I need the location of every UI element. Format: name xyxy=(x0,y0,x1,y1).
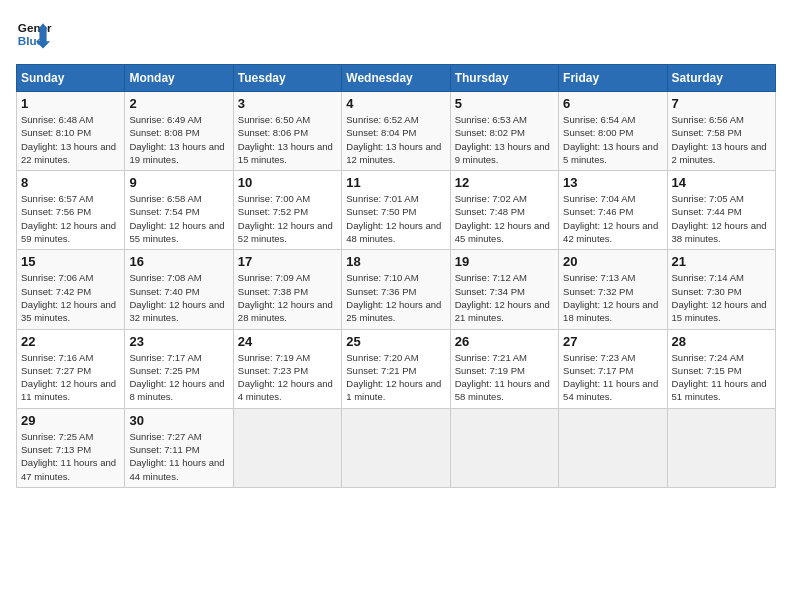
day-info: Sunrise: 7:08 AMSunset: 7:40 PMDaylight:… xyxy=(129,271,228,324)
day-number: 13 xyxy=(563,175,662,190)
header: General Blue xyxy=(16,16,776,52)
calendar-cell: 2Sunrise: 6:49 AMSunset: 8:08 PMDaylight… xyxy=(125,92,233,171)
calendar-cell: 8Sunrise: 6:57 AMSunset: 7:56 PMDaylight… xyxy=(17,171,125,250)
day-number: 20 xyxy=(563,254,662,269)
calendar-cell xyxy=(233,408,341,487)
calendar-cell: 28Sunrise: 7:24 AMSunset: 7:15 PMDayligh… xyxy=(667,329,775,408)
calendar-cell: 9Sunrise: 6:58 AMSunset: 7:54 PMDaylight… xyxy=(125,171,233,250)
calendar-cell: 25Sunrise: 7:20 AMSunset: 7:21 PMDayligh… xyxy=(342,329,450,408)
day-info: Sunrise: 6:48 AMSunset: 8:10 PMDaylight:… xyxy=(21,113,120,166)
calendar-cell: 19Sunrise: 7:12 AMSunset: 7:34 PMDayligh… xyxy=(450,250,558,329)
calendar-cell: 3Sunrise: 6:50 AMSunset: 8:06 PMDaylight… xyxy=(233,92,341,171)
calendar-week-row: 8Sunrise: 6:57 AMSunset: 7:56 PMDaylight… xyxy=(17,171,776,250)
day-number: 27 xyxy=(563,334,662,349)
day-info: Sunrise: 7:05 AMSunset: 7:44 PMDaylight:… xyxy=(672,192,771,245)
day-number: 4 xyxy=(346,96,445,111)
day-number: 1 xyxy=(21,96,120,111)
day-number: 19 xyxy=(455,254,554,269)
svg-text:General: General xyxy=(18,21,52,34)
calendar-cell: 4Sunrise: 6:52 AMSunset: 8:04 PMDaylight… xyxy=(342,92,450,171)
day-info: Sunrise: 6:54 AMSunset: 8:00 PMDaylight:… xyxy=(563,113,662,166)
day-info: Sunrise: 7:10 AMSunset: 7:36 PMDaylight:… xyxy=(346,271,445,324)
calendar-cell: 24Sunrise: 7:19 AMSunset: 7:23 PMDayligh… xyxy=(233,329,341,408)
day-info: Sunrise: 7:13 AMSunset: 7:32 PMDaylight:… xyxy=(563,271,662,324)
day-info: Sunrise: 7:20 AMSunset: 7:21 PMDaylight:… xyxy=(346,351,445,404)
day-info: Sunrise: 6:50 AMSunset: 8:06 PMDaylight:… xyxy=(238,113,337,166)
day-info: Sunrise: 6:56 AMSunset: 7:58 PMDaylight:… xyxy=(672,113,771,166)
day-number: 29 xyxy=(21,413,120,428)
day-number: 9 xyxy=(129,175,228,190)
day-number: 6 xyxy=(563,96,662,111)
calendar-week-row: 1Sunrise: 6:48 AMSunset: 8:10 PMDaylight… xyxy=(17,92,776,171)
calendar-week-row: 29Sunrise: 7:25 AMSunset: 7:13 PMDayligh… xyxy=(17,408,776,487)
calendar-cell: 12Sunrise: 7:02 AMSunset: 7:48 PMDayligh… xyxy=(450,171,558,250)
day-number: 17 xyxy=(238,254,337,269)
day-info: Sunrise: 7:01 AMSunset: 7:50 PMDaylight:… xyxy=(346,192,445,245)
day-number: 3 xyxy=(238,96,337,111)
calendar-cell xyxy=(342,408,450,487)
day-info: Sunrise: 7:24 AMSunset: 7:15 PMDaylight:… xyxy=(672,351,771,404)
weekday-wednesday: Wednesday xyxy=(342,65,450,92)
day-info: Sunrise: 7:04 AMSunset: 7:46 PMDaylight:… xyxy=(563,192,662,245)
day-number: 21 xyxy=(672,254,771,269)
weekday-saturday: Saturday xyxy=(667,65,775,92)
logo: General Blue xyxy=(16,16,52,52)
day-number: 14 xyxy=(672,175,771,190)
day-info: Sunrise: 7:00 AMSunset: 7:52 PMDaylight:… xyxy=(238,192,337,245)
calendar-cell xyxy=(559,408,667,487)
weekday-header-row: SundayMondayTuesdayWednesdayThursdayFrid… xyxy=(17,65,776,92)
calendar-cell: 18Sunrise: 7:10 AMSunset: 7:36 PMDayligh… xyxy=(342,250,450,329)
day-info: Sunrise: 7:09 AMSunset: 7:38 PMDaylight:… xyxy=(238,271,337,324)
day-number: 23 xyxy=(129,334,228,349)
calendar-cell: 26Sunrise: 7:21 AMSunset: 7:19 PMDayligh… xyxy=(450,329,558,408)
calendar-body: 1Sunrise: 6:48 AMSunset: 8:10 PMDaylight… xyxy=(17,92,776,488)
weekday-thursday: Thursday xyxy=(450,65,558,92)
day-info: Sunrise: 7:14 AMSunset: 7:30 PMDaylight:… xyxy=(672,271,771,324)
day-number: 28 xyxy=(672,334,771,349)
calendar-cell: 16Sunrise: 7:08 AMSunset: 7:40 PMDayligh… xyxy=(125,250,233,329)
calendar-cell xyxy=(667,408,775,487)
calendar-table: SundayMondayTuesdayWednesdayThursdayFrid… xyxy=(16,64,776,488)
day-info: Sunrise: 7:27 AMSunset: 7:11 PMDaylight:… xyxy=(129,430,228,483)
calendar-cell xyxy=(450,408,558,487)
day-info: Sunrise: 7:21 AMSunset: 7:19 PMDaylight:… xyxy=(455,351,554,404)
day-number: 7 xyxy=(672,96,771,111)
calendar-cell: 11Sunrise: 7:01 AMSunset: 7:50 PMDayligh… xyxy=(342,171,450,250)
calendar-week-row: 22Sunrise: 7:16 AMSunset: 7:27 PMDayligh… xyxy=(17,329,776,408)
day-number: 24 xyxy=(238,334,337,349)
day-info: Sunrise: 7:06 AMSunset: 7:42 PMDaylight:… xyxy=(21,271,120,324)
day-info: Sunrise: 7:25 AMSunset: 7:13 PMDaylight:… xyxy=(21,430,120,483)
day-number: 30 xyxy=(129,413,228,428)
day-number: 15 xyxy=(21,254,120,269)
calendar-cell: 20Sunrise: 7:13 AMSunset: 7:32 PMDayligh… xyxy=(559,250,667,329)
calendar-week-row: 15Sunrise: 7:06 AMSunset: 7:42 PMDayligh… xyxy=(17,250,776,329)
weekday-tuesday: Tuesday xyxy=(233,65,341,92)
calendar-cell: 15Sunrise: 7:06 AMSunset: 7:42 PMDayligh… xyxy=(17,250,125,329)
weekday-friday: Friday xyxy=(559,65,667,92)
day-info: Sunrise: 7:17 AMSunset: 7:25 PMDaylight:… xyxy=(129,351,228,404)
calendar-cell: 14Sunrise: 7:05 AMSunset: 7:44 PMDayligh… xyxy=(667,171,775,250)
calendar-cell: 7Sunrise: 6:56 AMSunset: 7:58 PMDaylight… xyxy=(667,92,775,171)
day-info: Sunrise: 7:02 AMSunset: 7:48 PMDaylight:… xyxy=(455,192,554,245)
calendar-cell: 1Sunrise: 6:48 AMSunset: 8:10 PMDaylight… xyxy=(17,92,125,171)
calendar-header: SundayMondayTuesdayWednesdayThursdayFrid… xyxy=(17,65,776,92)
day-number: 8 xyxy=(21,175,120,190)
calendar-cell: 29Sunrise: 7:25 AMSunset: 7:13 PMDayligh… xyxy=(17,408,125,487)
logo-icon: General Blue xyxy=(16,16,52,52)
day-number: 16 xyxy=(129,254,228,269)
calendar-cell: 23Sunrise: 7:17 AMSunset: 7:25 PMDayligh… xyxy=(125,329,233,408)
calendar-cell: 27Sunrise: 7:23 AMSunset: 7:17 PMDayligh… xyxy=(559,329,667,408)
weekday-monday: Monday xyxy=(125,65,233,92)
day-number: 2 xyxy=(129,96,228,111)
day-info: Sunrise: 7:16 AMSunset: 7:27 PMDaylight:… xyxy=(21,351,120,404)
calendar-cell: 17Sunrise: 7:09 AMSunset: 7:38 PMDayligh… xyxy=(233,250,341,329)
day-number: 10 xyxy=(238,175,337,190)
day-number: 25 xyxy=(346,334,445,349)
calendar-cell: 10Sunrise: 7:00 AMSunset: 7:52 PMDayligh… xyxy=(233,171,341,250)
day-info: Sunrise: 6:53 AMSunset: 8:02 PMDaylight:… xyxy=(455,113,554,166)
day-info: Sunrise: 7:12 AMSunset: 7:34 PMDaylight:… xyxy=(455,271,554,324)
day-info: Sunrise: 6:58 AMSunset: 7:54 PMDaylight:… xyxy=(129,192,228,245)
day-info: Sunrise: 6:49 AMSunset: 8:08 PMDaylight:… xyxy=(129,113,228,166)
day-number: 12 xyxy=(455,175,554,190)
day-info: Sunrise: 6:52 AMSunset: 8:04 PMDaylight:… xyxy=(346,113,445,166)
